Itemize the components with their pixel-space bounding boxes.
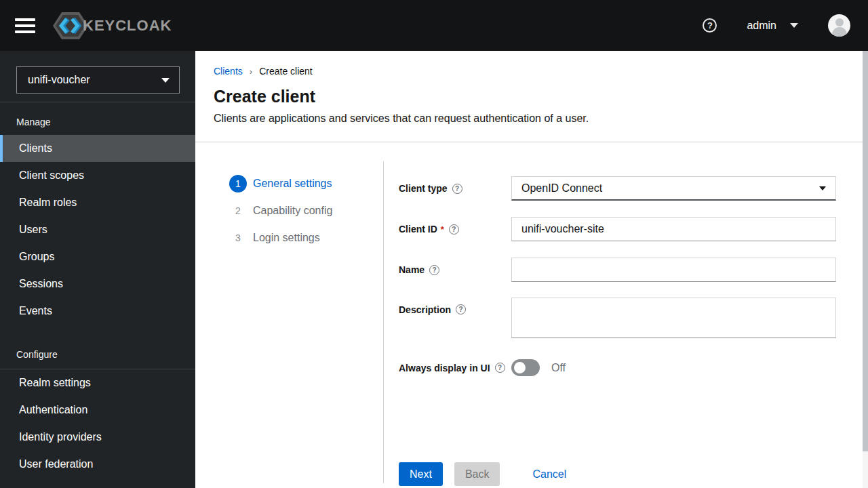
required-asterisk: * (441, 224, 444, 235)
toggle-state-label: Off (551, 362, 566, 374)
brand-text: KEYCLOAK (83, 17, 172, 35)
sidebar-item-label: Clients (19, 142, 52, 155)
page-header: Clients › Create client Create client Cl… (195, 51, 868, 142)
sidebar-item-label: Identity providers (19, 431, 102, 443)
wizard-step-number: 3 (229, 229, 247, 247)
wizard-actions: Next Back Cancel (399, 462, 577, 486)
wizard-step-general-settings[interactable]: 1 General settings (195, 170, 383, 197)
help-icon[interactable]: ? (452, 184, 462, 194)
help-icon[interactable]: ? (429, 265, 439, 275)
sidebar-item-groups[interactable]: Groups (0, 243, 195, 270)
sidebar-item-authentication[interactable]: Authentication (0, 396, 195, 424)
sidebar-item-user-federation[interactable]: User federation (0, 451, 195, 478)
description-textarea[interactable] (511, 298, 836, 338)
client-type-row: Client type ? OpenID Connect (399, 176, 836, 201)
sidebar-item-client-scopes[interactable]: Client scopes (0, 162, 195, 189)
client-id-input[interactable] (511, 217, 836, 241)
name-label: Name (399, 264, 425, 275)
sidebar-item-sessions[interactable]: Sessions (0, 270, 195, 298)
sidebar-item-clients[interactable]: Clients (0, 135, 195, 162)
client-id-label-group: Client ID * ? (399, 224, 511, 235)
sidebar-item-label: Realm settings (19, 377, 91, 389)
keycloak-logo[interactable]: KEYCLOAK (53, 10, 172, 41)
breadcrumb-separator-icon: › (250, 66, 252, 77)
sidebar-item-label: Events (19, 305, 52, 317)
description-label-group: Description ? (399, 298, 511, 341)
name-label-group: Name ? (399, 264, 511, 275)
wizard-divider (383, 161, 384, 483)
realm-selector[interactable]: unifi-voucher (16, 66, 180, 94)
breadcrumb: Clients › Create client (214, 66, 868, 77)
sidebar-item-label: Client scopes (19, 169, 84, 182)
username: admin (747, 20, 776, 32)
description-label: Description (399, 304, 451, 315)
next-button[interactable]: Next (399, 462, 443, 486)
client-type-label: Client type (399, 183, 448, 194)
help-icon[interactable]: ? (456, 304, 466, 314)
help-icon[interactable]: ? (495, 363, 505, 373)
wizard-step-number: 2 (229, 202, 247, 220)
scrollbar[interactable] (863, 51, 868, 488)
client-id-label: Client ID (399, 224, 437, 235)
description-row: Description ? (399, 298, 836, 341)
wizard-step-label: Login settings (253, 232, 320, 244)
name-input[interactable] (511, 258, 836, 282)
sidebar-item-label: User federation (19, 458, 93, 470)
nav-section-manage: Manage (0, 102, 195, 135)
client-type-select-value: OpenID Connect (521, 182, 602, 195)
toggle-knob (514, 362, 526, 373)
hamburger-menu-icon[interactable] (15, 18, 35, 33)
sidebar-item-realm-roles[interactable]: Realm roles (0, 189, 195, 216)
back-button[interactable]: Back (454, 462, 500, 486)
page-subtitle: Clients are applications and services th… (214, 113, 868, 125)
main-content: Clients › Create client Create client Cl… (195, 51, 868, 488)
wizard-step-number: 1 (229, 175, 247, 192)
client-type-select[interactable]: OpenID Connect (511, 176, 836, 201)
realm-selector-value: unifi-voucher (28, 74, 90, 86)
wizard-nav: 1 General settings 2 Capability config 3… (195, 142, 383, 251)
client-type-label-group: Client type ? (399, 183, 511, 194)
chevron-down-icon (790, 23, 798, 28)
sidebar-item-label: Authentication (19, 404, 87, 416)
chevron-down-icon (819, 186, 826, 190)
sidebar-item-label: Realm roles (19, 197, 77, 209)
breadcrumb-clients-link[interactable]: Clients (214, 66, 243, 77)
wizard-step-login-settings[interactable]: 3 Login settings (195, 224, 383, 251)
help-icon[interactable]: ? (703, 18, 717, 33)
sidebar: unifi-voucher Manage Clients Client scop… (0, 51, 195, 488)
sidebar-item-events[interactable]: Events (0, 298, 195, 325)
always-display-toggle[interactable] (511, 359, 540, 376)
avatar-body (832, 27, 847, 37)
cancel-button[interactable]: Cancel (521, 462, 577, 486)
wizard-form: Client type ? OpenID Connect Client ID *… (399, 142, 836, 392)
avatar-head (835, 18, 844, 26)
avatar[interactable] (828, 14, 850, 37)
nav-section-configure: Configure (0, 349, 195, 367)
user-menu[interactable]: admin (747, 20, 798, 32)
help-icon[interactable]: ? (449, 224, 459, 235)
page-title: Create client (214, 87, 868, 106)
sidebar-item-realm-settings[interactable]: Realm settings (0, 369, 195, 396)
sidebar-item-label: Groups (19, 251, 54, 263)
wizard-step-capability-config[interactable]: 2 Capability config (195, 197, 383, 224)
sidebar-item-label: Sessions (19, 278, 63, 290)
always-display-label: Always display in UI (399, 363, 490, 373)
wizard-step-label: Capability config (253, 205, 332, 217)
client-id-row: Client ID * ? (399, 217, 836, 241)
always-display-label-group: Always display in UI ? (399, 363, 511, 373)
sidebar-item-identity-providers[interactable]: Identity providers (0, 424, 195, 451)
scrollbar-thumb[interactable] (863, 51, 868, 451)
sidebar-item-users[interactable]: Users (0, 216, 195, 243)
breadcrumb-current: Create client (259, 66, 313, 77)
masthead: KEYCLOAK ? admin (0, 0, 868, 51)
always-display-row: Always display in UI ? Off (399, 359, 836, 376)
wizard-step-label: General settings (253, 178, 332, 190)
name-row: Name ? (399, 258, 836, 282)
chevron-down-icon (161, 78, 170, 83)
sidebar-item-label: Users (19, 224, 47, 236)
